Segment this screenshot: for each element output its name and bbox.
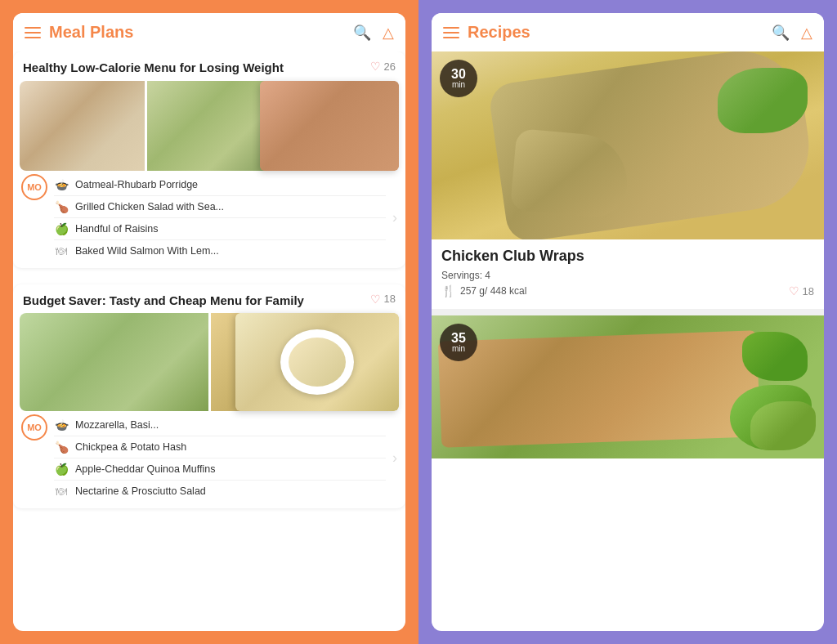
meal-item-1-4: 🍽 Baked Wild Salmon With Lem... — [54, 240, 386, 262]
meal-plan-1-list-row: MO 🍲 Oatmeal-Rhubarb Porridge 🍗 Grilled … — [13, 171, 405, 268]
bowl-icon-1: 🍲 — [54, 178, 69, 191]
day-badge-1: MO — [21, 174, 47, 200]
apple-icon-1: 🍏 — [54, 222, 69, 235]
meal-plan-1-likes: ♡ 26 — [370, 60, 396, 73]
meal-item-1-1: 🍲 Oatmeal-Rhubarb Porridge — [54, 174, 386, 196]
meal-plans-app-card: Meal Plans 🔍 △ Healthy Low-Calorie Menu … — [13, 13, 405, 631]
meal-plan-card-1[interactable]: Healthy Low-Calorie Menu for Losing Weig… — [13, 51, 405, 268]
recipe-1-title: Chicken Club Wraps — [441, 248, 814, 265]
meal-plan-card-2[interactable]: Budget Saver: Tasty and Cheap Menu for F… — [13, 284, 405, 509]
chicken-icon-1: 🍗 — [54, 200, 69, 213]
recipes-header-icons: 🔍 △ — [772, 24, 812, 42]
recipe-1-servings: Servings: 4 — [441, 270, 814, 281]
recipe-card-1[interactable]: 30 min 30 min Chicken Club Wraps — [432, 51, 824, 306]
chevron-right-icon-1: › — [392, 209, 397, 226]
meal-plans-scroll: Healthy Low-Calorie Menu for Losing Weig… — [13, 51, 405, 631]
recipe-1-like: ♡ 18 — [789, 284, 814, 297]
recipes-title: Recipes — [468, 23, 772, 42]
meal-plan-1-header: Healthy Low-Calorie Menu for Losing Weig… — [13, 51, 405, 81]
heart-icon-1: ♡ — [370, 60, 381, 73]
salad-image — [20, 313, 208, 411]
recipe-2-time-badge: 35 min — [440, 324, 477, 361]
day-badge-2: MO — [21, 414, 47, 441]
meal-plan-2-list-row: MO 🍲 Mozzarella, Basi... 🍗 Chickpea & Po… — [13, 411, 405, 508]
recipes-hamburger-icon[interactable] — [443, 27, 459, 38]
chevron-right-icon-2: › — [392, 449, 397, 467]
wrap-food-image: 30 min 30 min — [432, 51, 824, 239]
recipes-filter-icon[interactable]: △ — [801, 24, 812, 42]
recipe-1-info: Chicken Club Wraps Servings: 4 🍴 257 g/ … — [432, 239, 824, 306]
overlap-image-1 — [260, 81, 399, 171]
oatmeal-image — [20, 81, 145, 171]
meal-plan-2-images — [20, 313, 399, 411]
meal-item-2-3: 🍏 Apple-Cheddar Quinoa Muffins — [54, 458, 386, 481]
meal-plan-2-title: Budget Saver: Tasty and Cheap Menu for F… — [23, 293, 370, 309]
recipes-search-icon[interactable]: 🔍 — [772, 24, 790, 42]
meal-item-2-4: 🍽 Nectarine & Prosciutto Salad — [54, 481, 386, 502]
overlap-image-2 — [235, 313, 399, 411]
recipe-1-time-overlay: 30 min — [440, 60, 477, 97]
recipes-header: Recipes 🔍 △ — [432, 13, 824, 51]
recipes-scroll: 30 min 30 min Chicken Club Wraps — [432, 51, 824, 631]
fish-icon-1: 🍽 — [54, 244, 69, 257]
filter-icon[interactable]: △ — [383, 24, 394, 42]
recipe-1-meta-row: 🍴 257 g/ 448 kcal ♡ 18 — [441, 284, 814, 297]
meal-plan-2-header: Budget Saver: Tasty and Cheap Menu for F… — [13, 284, 405, 314]
chicken-food-image: 35 min — [432, 315, 824, 458]
apple-icon-2: 🍏 — [54, 463, 69, 476]
sandwich-image — [147, 81, 272, 171]
meal-item-2-2: 🍗 Chickpea & Potato Hash — [54, 436, 386, 458]
recipe-1-heart-icon: ♡ — [789, 284, 799, 297]
recipe-divider — [432, 309, 824, 315]
meal-plan-2-items: 🍲 Mozzarella, Basi... 🍗 Chickpea & Potat… — [54, 414, 386, 502]
left-panel: Meal Plans 🔍 △ Healthy Low-Calorie Menu … — [0, 0, 418, 644]
meal-plan-1-items: 🍲 Oatmeal-Rhubarb Porridge 🍗 Grilled Chi… — [54, 174, 386, 262]
meal-plan-1-title: Healthy Low-Calorie Menu for Losing Weig… — [23, 60, 370, 76]
recipe-1-stats: 🍴 257 g/ 448 kcal — [441, 284, 526, 297]
header-action-icons: 🔍 △ — [353, 24, 394, 42]
meal-plan-1-images — [20, 81, 399, 171]
bowl-icon-2: 🍲 — [54, 418, 69, 432]
right-panel: Recipes 🔍 △ 30 min — [418, 0, 837, 644]
chicken-icon-2: 🍗 — [54, 441, 69, 454]
heart-icon-2: ♡ — [370, 293, 381, 306]
recipe-card-2[interactable]: 35 min — [432, 315, 824, 458]
meal-item-1-3: 🍏 Handful of Raisins — [54, 218, 386, 240]
meal-plans-title: Meal Plans — [49, 23, 353, 42]
fork-icon-1: 🍴 — [441, 284, 455, 297]
meal-item-2-1: 🍲 Mozzarella, Basi... — [54, 414, 386, 436]
search-icon[interactable]: 🔍 — [353, 24, 371, 42]
hamburger-menu-icon[interactable] — [25, 27, 41, 38]
recipes-app-card: Recipes 🔍 △ 30 min — [432, 13, 824, 631]
fish-icon-2: 🍽 — [54, 485, 69, 498]
meal-item-1-2: 🍗 Grilled Chicken Salad with Sea... — [54, 196, 386, 218]
meal-plans-header: Meal Plans 🔍 △ — [13, 13, 405, 51]
meal-plan-2-likes: ♡ 18 — [370, 293, 396, 306]
